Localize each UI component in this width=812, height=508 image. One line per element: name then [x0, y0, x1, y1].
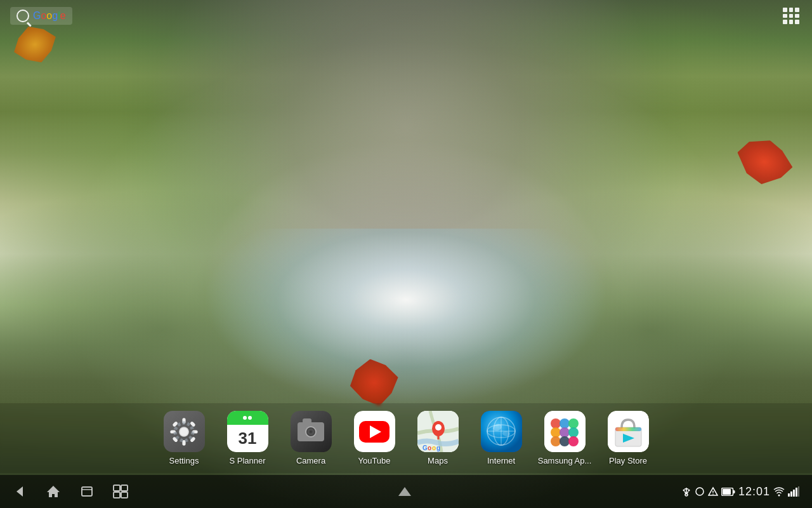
app-icon-camera[interactable]: Camera: [282, 411, 339, 465]
grid-dot: [783, 8, 787, 12]
svg-text:o: o: [432, 444, 436, 451]
nav-left-buttons: [13, 484, 128, 499]
leaf-top-right: [731, 133, 797, 191]
internet-icon-container: [481, 411, 522, 452]
maps-icon-svg: G o o g: [417, 411, 459, 452]
camera-lens: [305, 426, 317, 438]
home-icon: [46, 484, 61, 499]
svg-rect-64: [790, 491, 792, 497]
app-icon-youtube[interactable]: YouTube: [346, 411, 403, 465]
samsung-label: Samsung Ap...: [538, 456, 592, 465]
recents-icon: [80, 485, 94, 498]
splanner-icon-container: 31: [227, 411, 268, 452]
svg-point-37: [560, 436, 570, 446]
cal-header: [227, 411, 268, 425]
internet-label: Internet: [487, 456, 515, 465]
grid-dot: [795, 8, 799, 12]
app-icon-playstore[interactable]: Play Store: [599, 411, 657, 465]
samsung-apps-icon: [544, 411, 586, 452]
app-dock: Settings 31 S Planner: [0, 403, 812, 473]
playstore-icon-bg: [608, 411, 649, 452]
svg-point-34: [560, 427, 570, 438]
svg-point-12: [248, 416, 252, 420]
back-icon: [13, 485, 27, 498]
back-button[interactable]: [13, 485, 27, 498]
samsung-icon-container: [544, 411, 586, 452]
maps-icon-bg: G o o g: [417, 411, 459, 452]
svg-rect-61: [733, 490, 735, 493]
google-logo: Google: [33, 10, 66, 22]
svg-point-0: [179, 427, 189, 437]
svg-point-11: [243, 416, 247, 420]
svg-point-54: [683, 490, 684, 491]
svg-text:g: g: [436, 444, 440, 451]
maps-icon-container: G o o g: [417, 411, 459, 452]
leaf-bottom-center: [345, 355, 403, 411]
apps-grid-button[interactable]: [780, 5, 802, 27]
svg-marker-51: [398, 487, 411, 496]
youtube-icon-container: [354, 411, 395, 452]
svg-rect-63: [788, 493, 790, 497]
app-icon-samsung[interactable]: Samsung Ap...: [536, 411, 593, 465]
svg-point-38: [568, 436, 579, 446]
up-arrow-button[interactable]: [398, 486, 412, 497]
svg-rect-47: [114, 485, 120, 491]
camera-label: Camera: [296, 456, 325, 465]
wifi-icon: [773, 486, 785, 497]
youtube-label: YouTube: [358, 456, 390, 465]
battery-icon: [721, 488, 735, 496]
svg-rect-49: [114, 492, 120, 498]
camera-icon-container: [291, 411, 332, 452]
status-icons-group: 12:01: [681, 485, 799, 498]
svg-point-62: [778, 495, 780, 497]
app-icon-internet[interactable]: Internet: [473, 411, 530, 465]
recents-button[interactable]: [80, 485, 94, 498]
grid-dot: [789, 14, 794, 18]
settings-label: Settings: [169, 456, 199, 465]
svg-rect-67: [798, 486, 799, 497]
warning-icon: [708, 486, 718, 497]
nav-center: [398, 486, 412, 497]
splanner-label: S Planner: [229, 456, 265, 465]
svg-point-30: [551, 418, 561, 429]
youtube-play-triangle: [370, 425, 381, 438]
svg-rect-45: [82, 487, 92, 496]
settings-icon-container: [164, 411, 205, 452]
sync-icon: [695, 486, 705, 497]
grid-dot: [789, 8, 794, 12]
google-search-bar[interactable]: Google: [10, 7, 72, 25]
cal-date: 31: [227, 425, 268, 452]
grid-dot: [783, 14, 787, 18]
app-icon-splanner[interactable]: 31 S Planner: [219, 411, 276, 465]
camera-icon-bg: [291, 411, 332, 452]
cal-header-dots: [235, 413, 260, 422]
camera-body: [298, 422, 324, 441]
svg-point-55: [688, 490, 690, 491]
maps-label: Maps: [428, 456, 448, 465]
navigation-bar: 12:01: [0, 475, 812, 508]
internet-icon-bg: [481, 411, 522, 452]
grid-dot: [795, 20, 799, 24]
svg-point-58: [712, 493, 714, 495]
svg-point-33: [551, 427, 561, 438]
nav-right-status: 12:01: [681, 485, 799, 498]
svg-point-16: [435, 424, 442, 431]
home-button[interactable]: [46, 484, 61, 499]
app-icon-maps[interactable]: G o o g Maps: [409, 411, 466, 465]
camera-bump: [303, 418, 311, 424]
search-icon: [16, 10, 29, 22]
up-arrow-icon: [398, 486, 412, 497]
svg-rect-65: [793, 490, 795, 497]
signal-icon: [788, 486, 799, 497]
samsung-icon-bg: [544, 411, 586, 452]
internet-globe-svg: [481, 411, 522, 452]
svg-point-31: [560, 418, 570, 429]
svg-rect-66: [796, 488, 797, 497]
time-display: 12:01: [738, 485, 770, 498]
playstore-label: Play Store: [609, 456, 647, 465]
app-icon-settings[interactable]: Settings: [155, 411, 213, 465]
svg-point-36: [551, 436, 561, 446]
multiwindow-button[interactable]: [113, 485, 128, 498]
grid-dot: [795, 14, 799, 18]
svg-rect-60: [723, 489, 731, 495]
